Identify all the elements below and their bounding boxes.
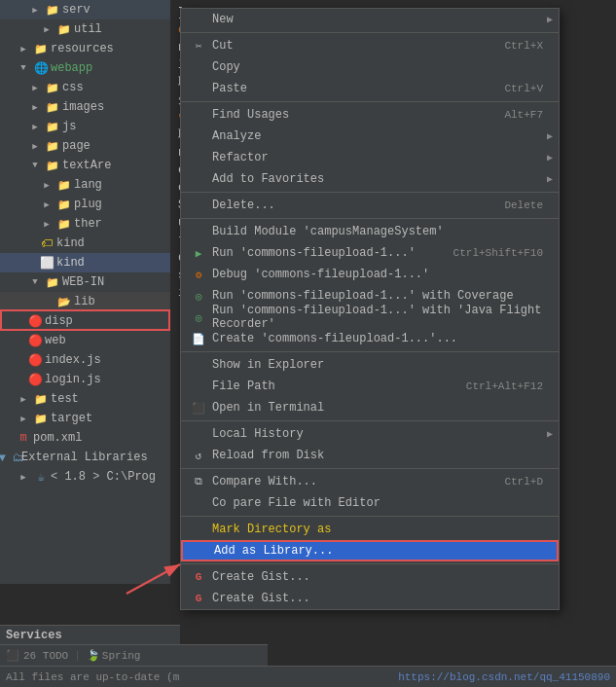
status-bar: All files are up-to-date (m https://blog… — [0, 666, 616, 687]
tree-item-pom[interactable]: m pom.xml — [0, 428, 170, 448]
menu-item-run[interactable]: ▶ Run 'commons-fileupload-1...' Ctrl+Shi… — [181, 242, 559, 264]
menu-label: Debug 'commons-fileupload-1...' — [212, 268, 543, 281]
arrow-icon: ▶ — [16, 41, 31, 56]
menu-item-paste[interactable]: Paste Ctrl+V — [181, 78, 559, 99]
tree-item-lib[interactable]: 📂 lib — [0, 292, 170, 311]
arrow-icon — [39, 294, 54, 309]
file-icon: 🔴 — [27, 352, 43, 368]
shortcut: Ctrl+D — [504, 476, 543, 488]
menu-item-reload[interactable]: ↺ Reload from Disk — [181, 445, 559, 466]
tree-label: page — [62, 139, 91, 153]
services-label: Services — [6, 629, 62, 642]
menu-item-mark-dir[interactable]: Mark Directory as — [181, 519, 559, 540]
arrow-icon: ▶ — [39, 197, 54, 212]
tree-item-indexjs[interactable]: 🔴 index.js — [0, 350, 170, 370]
menu-item-show-explorer[interactable]: Show in Explorer — [181, 354, 559, 376]
menu-label: Run 'commons-fileupload-1...' with Cover… — [212, 289, 543, 303]
cut-icon: ✂ — [189, 40, 208, 53]
tree-label: lib — [74, 295, 95, 308]
tree-item-util[interactable]: ▶ 📁 util — [0, 19, 170, 39]
menu-item-find-usages[interactable]: Find Usages Alt+F7 — [181, 104, 559, 126]
tree-item-textarea[interactable]: ▼ 📁 textAre — [0, 156, 170, 175]
menu-label: Reload from Disk — [212, 449, 543, 462]
menu-item-refactor[interactable]: Refactor ▶ — [181, 147, 559, 168]
menu-item-create[interactable]: 📄 Create 'commons-fileupload-1...'... — [181, 328, 559, 349]
tree-label: pom.xml — [33, 431, 82, 445]
menu-label: Build Module 'campusManageSystem' — [212, 225, 543, 238]
tree-label: login.js — [45, 373, 101, 386]
tree-label: js — [62, 120, 76, 133]
menu-label: New — [212, 13, 543, 26]
tree-item-web[interactable]: 🔴 web — [0, 331, 170, 350]
folder-icon: 📁 — [33, 391, 49, 407]
arrow-icon: ▶ — [27, 138, 43, 154]
menu-item-create-gist1[interactable]: G Create Gist... — [181, 566, 559, 588]
menu-item-cut[interactable]: ✂ Cut Ctrl+X — [181, 35, 559, 56]
terminal-icon: ⬛ — [189, 402, 208, 415]
menu-item-open-terminal[interactable]: ⬛ Open in Terminal — [181, 397, 559, 418]
menu-separator — [181, 516, 559, 517]
menu-item-add-library[interactable]: Add as Library... — [181, 540, 559, 561]
tree-item-loginjs[interactable]: 🔴 login.js — [0, 370, 170, 389]
folder-icon: 📁 — [45, 2, 60, 18]
menu-item-build-module[interactable]: Build Module 'campusManageSystem' — [181, 221, 559, 242]
tree-item-webapp[interactable]: ▼ 🌐 webapp — [0, 58, 170, 78]
menu-item-local-history[interactable]: Local History ▶ — [181, 423, 559, 445]
tree-item-target[interactable]: ▶ 📁 target — [0, 409, 170, 428]
tree-label: textAre — [62, 159, 111, 172]
tree-item-plug[interactable]: ▶ 📁 plug — [0, 195, 170, 214]
menu-label: Create 'commons-fileupload-1...'... — [212, 332, 543, 345]
arrow-icon: ▶ — [39, 21, 54, 37]
tree-item-disp[interactable]: 🔴 disp — [0, 311, 170, 331]
menu-item-analyze[interactable]: Analyze ▶ — [181, 126, 559, 147]
tree-item-test[interactable]: ▶ 📁 test — [0, 389, 170, 409]
tree-item-css[interactable]: ▶ 📁 css — [0, 78, 170, 97]
tree-item-kind2[interactable]: ⬜ kind — [0, 253, 170, 272]
menu-item-delete[interactable]: Delete... Delete — [181, 195, 559, 216]
menu-label: Refactor — [212, 151, 543, 164]
menu-item-compare-editor[interactable]: Co pare File with Editor — [181, 492, 559, 514]
tree-item-page[interactable]: ▶ 📁 page — [0, 136, 170, 156]
menu-item-add-favorites[interactable]: Add to Favorites ▶ — [181, 168, 559, 190]
url-link[interactable]: https://blog.csdn.net/qq_41150890 — [398, 671, 610, 683]
tree-item-java-lib[interactable]: ▶ ☕ < 1.8 > C:\Prog — [0, 467, 170, 487]
run-icon: ▶ — [189, 247, 208, 260]
tree-item-ther[interactable]: ▶ 📁 ther — [0, 214, 170, 234]
tree-item-kind1[interactable]: 🏷 kind — [0, 234, 170, 253]
arrow-icon: ▼ — [16, 60, 31, 76]
tree-item-ext-libs[interactable]: ▼ 🗂 External Libraries — [0, 448, 170, 467]
menu-item-debug[interactable]: ⚙ Debug 'commons-fileupload-1...' — [181, 264, 559, 285]
folder-icon: 📁 — [45, 80, 60, 95]
menu-item-compare-with[interactable]: ⧉ Compare With... Ctrl+D — [181, 471, 559, 492]
menu-item-run-flight[interactable]: ◎ Run 'commons-fileupload-1...' with 'Ja… — [181, 307, 559, 328]
menu-label: Paste — [212, 82, 485, 95]
menu-item-file-path[interactable]: File Path Ctrl+Alt+F12 — [181, 376, 559, 397]
services-panel[interactable]: Services — [0, 625, 180, 644]
file-icon: 🏷 — [39, 235, 54, 251]
shortcut: Delete — [504, 199, 543, 211]
context-menu: New ▶ ✂ Cut Ctrl+X Copy Paste Ctrl+V Fin… — [180, 8, 560, 610]
tree-item-lang[interactable]: ▶ 📁 lang — [0, 175, 170, 195]
tree-item-images[interactable]: ▶ 📁 images — [0, 97, 170, 117]
file-icon: 🔴 — [27, 333, 43, 348]
tree-item-webin[interactable]: ▼ 📁 WEB-IN — [0, 272, 170, 292]
tree-item-serv[interactable]: ▶ 📁 serv — [0, 0, 170, 19]
menu-label: Delete... — [212, 199, 485, 212]
folder-icon: 📁 — [33, 41, 49, 56]
menu-label: Analyze — [212, 129, 543, 143]
menu-item-new[interactable]: New ▶ — [181, 9, 559, 30]
tree-item-js[interactable]: ▶ 📁 js — [0, 117, 170, 136]
todo-bar[interactable]: ⬛ 26 TODO | 🍃 Spring — [0, 644, 268, 666]
menu-separator — [181, 468, 559, 469]
arrow-icon: ▼ — [27, 274, 43, 290]
menu-item-create-gist2[interactable]: G Create Gist... — [181, 588, 559, 609]
folder-icon: 📁 — [56, 21, 72, 37]
tree-item-resources[interactable]: ▶ 📁 resources — [0, 39, 170, 58]
menu-item-copy[interactable]: Copy — [181, 56, 559, 78]
tree-label: lang — [74, 178, 102, 192]
menu-label: Local History — [212, 427, 543, 441]
tree-label: index.js — [45, 353, 101, 367]
menu-label: Find Usages — [212, 108, 485, 122]
menu-label: Run 'commons-fileupload-1...' with 'Java… — [212, 304, 543, 331]
coverage-icon: ◎ — [189, 290, 208, 303]
